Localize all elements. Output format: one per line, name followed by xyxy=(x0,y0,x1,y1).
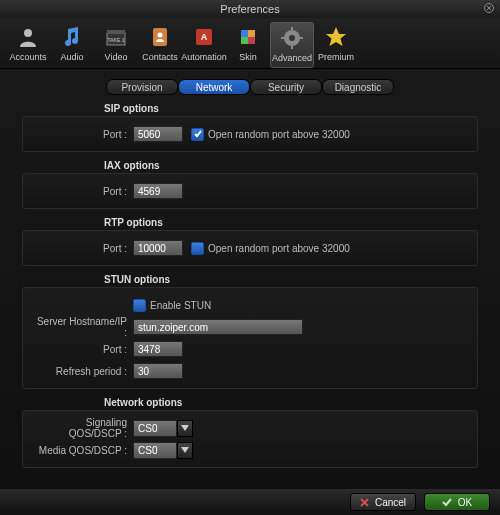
sip-random-label: Open random port above 32000 xyxy=(208,129,350,140)
svg-rect-18 xyxy=(291,45,293,49)
clapperboard-icon: TAKE 1 xyxy=(103,24,129,50)
chevron-down-icon[interactable] xyxy=(177,420,193,437)
network-section: Signaling QOS/DSCP : CS0 Media QOS/DSCP … xyxy=(22,410,478,468)
svg-point-8 xyxy=(158,33,163,38)
category-toolbar: Accounts Audio TAKE 1 Video Contacts A A… xyxy=(0,18,500,69)
toolbar-accounts[interactable]: Accounts xyxy=(6,22,50,68)
svg-rect-5 xyxy=(107,30,125,34)
toolbar-video[interactable]: TAKE 1 Video xyxy=(94,22,138,68)
stun-host-label: Server Hostname/IP : xyxy=(33,316,133,338)
cancel-label: Cancel xyxy=(375,497,406,508)
address-book-icon xyxy=(147,24,173,50)
stun-port-input[interactable] xyxy=(133,341,183,357)
toolbar-skin[interactable]: Skin xyxy=(226,22,270,68)
iax-section: Port : xyxy=(22,173,478,209)
toolbar-label: Premium xyxy=(318,52,354,62)
svg-rect-17 xyxy=(291,27,293,31)
rtp-port-input[interactable] xyxy=(133,240,183,256)
toolbar-label: Skin xyxy=(239,52,257,62)
gear-icon xyxy=(279,25,305,51)
toolbar-label: Automation xyxy=(181,52,227,62)
ok-button[interactable]: OK xyxy=(424,493,490,511)
svg-rect-19 xyxy=(281,37,285,39)
svg-text:TAKE 1: TAKE 1 xyxy=(108,37,125,43)
svg-rect-20 xyxy=(299,37,303,39)
toolbar-premium[interactable]: Premium xyxy=(314,22,358,68)
chevron-down-icon[interactable] xyxy=(177,442,193,459)
sip-port-input[interactable] xyxy=(133,126,183,142)
toolbar-label: Video xyxy=(105,52,128,62)
toolbar-label: Audio xyxy=(60,52,83,62)
stun-host-input[interactable] xyxy=(133,319,303,335)
music-note-icon xyxy=(59,24,85,50)
tab-diagnostic[interactable]: Diagnostic xyxy=(322,79,394,95)
palette-icon xyxy=(235,24,261,50)
stun-enable-label: Enable STUN xyxy=(150,300,211,311)
network-section-title: Network options xyxy=(104,397,478,408)
media-dscp-select[interactable]: CS0 xyxy=(133,442,193,459)
media-dscp-label: Media QOS/DSCP : xyxy=(33,445,133,456)
svg-point-16 xyxy=(289,35,295,41)
tab-network[interactable]: Network xyxy=(178,79,250,95)
toolbar-label: Advanced xyxy=(272,53,312,63)
signaling-dscp-label: Signaling QOS/DSCP : xyxy=(33,417,133,439)
stun-refresh-input[interactable] xyxy=(133,363,183,379)
stun-port-label: Port : xyxy=(33,344,133,355)
iax-port-label: Port : xyxy=(33,186,133,197)
rtp-port-label: Port : xyxy=(33,243,133,254)
subtab-bar: Provision Network Security Diagnostic xyxy=(0,79,500,95)
sip-section-title: SIP options xyxy=(104,103,478,114)
svg-rect-14 xyxy=(248,37,255,44)
toolbar-contacts[interactable]: Contacts xyxy=(138,22,182,68)
close-icon[interactable] xyxy=(484,3,496,15)
star-icon xyxy=(323,24,349,50)
check-icon xyxy=(442,498,452,507)
toolbar-audio[interactable]: Audio xyxy=(50,22,94,68)
iax-port-input[interactable] xyxy=(133,183,183,199)
svg-rect-13 xyxy=(241,37,248,44)
toolbar-advanced[interactable]: Advanced xyxy=(270,22,314,68)
rtp-section-title: RTP options xyxy=(104,217,478,228)
tab-security[interactable]: Security xyxy=(250,79,322,95)
person-icon xyxy=(15,24,41,50)
iax-section-title: IAX options xyxy=(104,160,478,171)
svg-rect-11 xyxy=(241,30,248,37)
tab-provision[interactable]: Provision xyxy=(106,79,178,95)
stun-enable-checkbox[interactable] xyxy=(133,299,146,312)
ok-label: OK xyxy=(458,497,472,508)
stun-section-title: STUN options xyxy=(104,274,478,285)
svg-point-3 xyxy=(24,29,32,37)
footer-bar: Cancel OK xyxy=(0,489,500,515)
sip-section: Port : Open random port above 32000 xyxy=(22,116,478,152)
title-bar: Preferences xyxy=(0,0,500,18)
rtp-section: Port : Open random port above 32000 xyxy=(22,230,478,266)
signaling-dscp-select[interactable]: CS0 xyxy=(133,420,193,437)
cancel-button[interactable]: Cancel xyxy=(350,493,416,511)
svg-rect-12 xyxy=(248,30,255,37)
cross-icon xyxy=(360,498,369,507)
window-title: Preferences xyxy=(220,3,279,15)
rtp-random-label: Open random port above 32000 xyxy=(208,243,350,254)
svg-text:A: A xyxy=(201,32,208,42)
stun-refresh-label: Refresh period : xyxy=(33,366,133,377)
sip-port-label: Port : xyxy=(33,129,133,140)
toolbar-label: Accounts xyxy=(9,52,46,62)
automation-icon: A xyxy=(191,24,217,50)
toolbar-automation[interactable]: A Automation xyxy=(182,22,226,68)
stun-section: Enable STUN Server Hostname/IP : Port : … xyxy=(22,287,478,389)
sip-random-checkbox[interactable] xyxy=(191,128,204,141)
rtp-random-checkbox[interactable] xyxy=(191,242,204,255)
toolbar-label: Contacts xyxy=(142,52,178,62)
